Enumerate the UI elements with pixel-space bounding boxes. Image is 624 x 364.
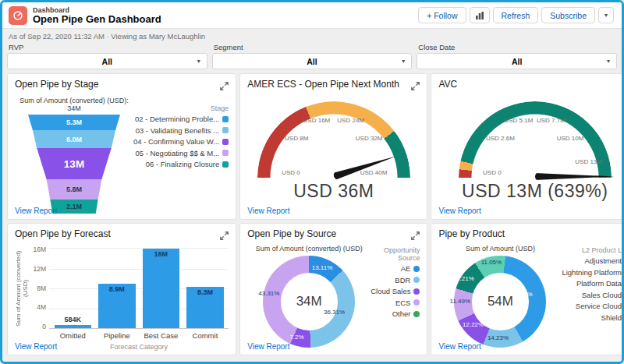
gauge-tick: USD 0 bbox=[282, 169, 300, 176]
donut-chart[interactable]: 39.76% 14.23% 12.22% 11.49% 11.21% 11.05… bbox=[454, 256, 546, 348]
gauge-chart[interactable]: USD 0 USD 8M USD 16M USD 24M USD 32M USD… bbox=[257, 101, 410, 178]
charts-icon-button[interactable] bbox=[470, 7, 490, 23]
bar-chart: Sum of Amount (converted) (USD) 16M 12M … bbox=[15, 248, 229, 351]
y-axis-label: Sum of Amount (converted) (USD) bbox=[15, 248, 30, 329]
gauge-tick: USD 2.6M bbox=[486, 135, 515, 142]
bar-pipeline[interactable]: 8.9M bbox=[98, 284, 135, 328]
legend-item[interactable]: Other bbox=[370, 309, 420, 318]
card-open-pipe-by-forecast: Open Pipe by Forecast Sum of Amount (con… bbox=[7, 223, 236, 355]
legend-item[interactable]: AE bbox=[370, 264, 420, 273]
legend-chip bbox=[222, 161, 229, 168]
bar-plot-area[interactable]: 584K 8.9M 16M 8.3M bbox=[49, 248, 229, 329]
legend-item[interactable]: ECS bbox=[370, 299, 420, 307]
view-report-link[interactable]: View Report bbox=[247, 342, 289, 351]
legend-item[interactable]: BDR bbox=[370, 276, 420, 284]
chevron-down-icon: ▾ bbox=[197, 58, 200, 65]
rvp-filter: RVP All ▾ bbox=[7, 43, 207, 69]
legend-item[interactable]: 04 - Confirming Value W... bbox=[133, 137, 229, 146]
view-report-link[interactable]: View Report bbox=[15, 207, 57, 215]
gauge-chart[interactable]: USD 0 USD 2.6M USD 5.1M USD 7.7M USD 10M… bbox=[459, 101, 612, 178]
bar-value: 8.3M bbox=[179, 288, 231, 296]
legend-item[interactable]: Shield bbox=[562, 313, 624, 322]
funnel-value: 5.8M bbox=[66, 186, 82, 193]
card-amer-ecs-open-pipe-next-month: AMER ECS - Open Pipe Next Month USD 0 US… bbox=[239, 73, 427, 220]
expand-icon[interactable] bbox=[220, 229, 229, 243]
filter-value: All bbox=[213, 57, 412, 66]
follow-button[interactable]: + Follow bbox=[418, 7, 466, 23]
bar-best-case[interactable]: 16M bbox=[143, 249, 179, 328]
slice-label: 11.05% bbox=[481, 259, 502, 266]
filter-label: Close Date bbox=[418, 43, 617, 51]
gauge-tick: USD 5.1M bbox=[505, 117, 534, 124]
bar-value: 16M bbox=[135, 250, 187, 258]
legend-chip bbox=[413, 277, 420, 283]
filter-label: Segment bbox=[214, 43, 413, 51]
donut-chart[interactable]: 13.11% 36.31% 7.2% 43.31% 34M bbox=[263, 256, 355, 348]
card-pipe-by-product: Pipe by Product Sum of Amount (USD) 39.7… bbox=[431, 223, 624, 355]
chevron-down-icon: ▾ bbox=[402, 58, 405, 65]
x-axis-label: Forecast Category bbox=[49, 343, 229, 351]
legend-item[interactable]: Adjustment bbox=[562, 256, 624, 265]
legend-chip bbox=[413, 266, 420, 272]
segment-filter: Segment All ▾ bbox=[212, 43, 413, 69]
filter-value: All bbox=[417, 57, 616, 66]
view-report-link[interactable]: View Report bbox=[438, 207, 480, 215]
gauge-tick: USD 0 bbox=[483, 169, 502, 176]
rvp-filter-select[interactable]: All ▾ bbox=[7, 53, 207, 69]
card-open-pipe-by-stage: Open Pipe by Stage Sum of Amount (conver… bbox=[7, 73, 236, 220]
widget-title: Open Pipe by Source bbox=[247, 228, 336, 239]
expand-icon[interactable] bbox=[411, 80, 420, 94]
funnel-slice[interactable]: 5.3M bbox=[28, 115, 120, 130]
legend-item[interactable]: 05 - Negotiating $$ & M... bbox=[133, 149, 229, 157]
legend-item[interactable]: Service Cloud bbox=[562, 302, 624, 310]
funnel-slice[interactable]: 13M bbox=[28, 148, 120, 179]
refresh-button[interactable]: Refresh bbox=[493, 7, 539, 23]
legend-chip bbox=[413, 299, 420, 306]
funnel-slice[interactable]: 6.0M bbox=[28, 130, 120, 148]
gauge-tick: USD 40M bbox=[360, 169, 388, 176]
funnel-chart[interactable]: 5.3M 6.0M 13M 5.8M 2.1M bbox=[28, 115, 120, 214]
close-date-filter-select[interactable]: All ▾ bbox=[417, 53, 617, 69]
dashboard-header: Dashboard Open Pipe Gen Dashboard + Foll… bbox=[2, 2, 622, 29]
widget-title: Open Pipe by Forecast bbox=[15, 228, 111, 239]
slice-label: 14.23% bbox=[488, 334, 509, 341]
bar-value: 8.9M bbox=[90, 285, 143, 293]
widget-title: Pipe by Product bbox=[438, 228, 505, 239]
legend-item[interactable]: 02 - Determining Proble... bbox=[133, 115, 229, 123]
view-report-link[interactable]: View Report bbox=[15, 342, 57, 351]
view-report-link[interactable]: View Report bbox=[247, 207, 289, 215]
gauge-tick: USD 16M bbox=[303, 117, 331, 124]
gauge-tick: USD 7.7M bbox=[537, 117, 566, 124]
more-actions-button[interactable]: ▾ bbox=[598, 7, 614, 23]
app-label: Dashboard bbox=[33, 6, 161, 14]
donut-center-value: 54M bbox=[454, 294, 546, 309]
legend-item[interactable]: Sales Cloud bbox=[562, 291, 624, 299]
source-legend: Opportunity Source AE BDR Cloud Sales EC… bbox=[370, 245, 420, 348]
legend-chip bbox=[222, 116, 229, 122]
legend-item[interactable]: Platform Data bbox=[562, 279, 624, 288]
funnel-slice[interactable]: 5.8M bbox=[28, 179, 120, 200]
slice-label: 12.22% bbox=[463, 321, 484, 328]
filter-bar: RVP All ▾ Segment All ▾ Close Date All ▾ bbox=[7, 43, 617, 69]
bar-omitted[interactable]: 584K bbox=[55, 325, 91, 328]
legend-item[interactable]: Lightning Platform bbox=[562, 268, 624, 277]
chevron-down-icon: ▾ bbox=[604, 12, 608, 19]
legend-item[interactable]: Cloud Sales bbox=[370, 287, 420, 295]
gauge-tick: USD 32M bbox=[356, 135, 383, 142]
bar-chart-icon bbox=[475, 11, 484, 20]
view-report-link[interactable]: View Report bbox=[438, 342, 480, 351]
expand-icon[interactable] bbox=[411, 229, 420, 243]
card-open-pipe-by-source: Open Pipe by Source Sum of Amount (conve… bbox=[239, 223, 427, 355]
legend-item[interactable]: 03 - Validating Benefits ... bbox=[133, 126, 229, 135]
bar-commit[interactable]: 8.3M bbox=[186, 287, 223, 328]
segment-filter-select[interactable]: All ▾ bbox=[212, 53, 413, 69]
bar-value: 584K bbox=[47, 316, 99, 323]
dashboard-app-icon bbox=[9, 6, 27, 25]
legend-chip bbox=[413, 288, 420, 295]
subscribe-button[interactable]: Subscribe bbox=[541, 7, 595, 23]
expand-icon[interactable] bbox=[220, 80, 229, 94]
gauge-tick: USD 24M bbox=[337, 117, 364, 124]
donut-center-value: 34M bbox=[263, 294, 355, 309]
filter-value: All bbox=[8, 57, 207, 66]
legend-item[interactable]: 06 - Finalizing Closure bbox=[133, 160, 229, 168]
